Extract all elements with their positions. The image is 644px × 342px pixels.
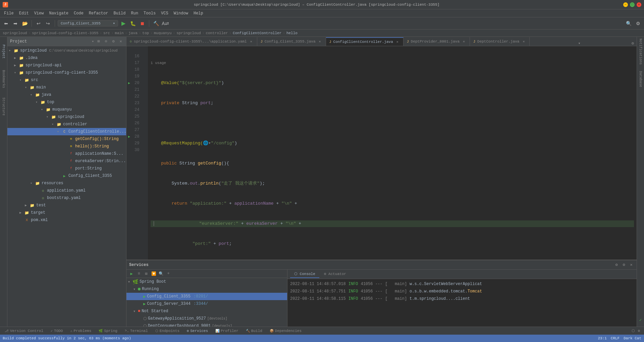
settings-icon[interactable]: ⚙ — [638, 329, 640, 333]
svc-search-btn[interactable]: 🔍 — [158, 271, 164, 277]
tree-item-appname[interactable]: f applicationName:S... — [7, 150, 126, 157]
bottom-tab-dependencies[interactable]: 📦 Dependencies — [266, 328, 305, 334]
left-tab-project[interactable]: Project — [0, 38, 7, 65]
tree-item-pom[interactable]: X pom.xml — [7, 216, 126, 224]
toolbar-recent-button[interactable]: 📂 — [21, 19, 29, 27]
menu-run[interactable]: Run — [128, 10, 141, 16]
breadcrumb-springcloud2[interactable]: springcloud — [176, 31, 201, 35]
tab-close-config[interactable]: ✕ — [318, 39, 322, 44]
tree-item-target[interactable]: ▶ 📁 target — [7, 209, 126, 216]
breadcrumb-java[interactable]: java — [128, 31, 137, 35]
tree-item-muquanyu[interactable]: ▾ 📁 muquanyu — [7, 106, 126, 113]
gutter-run-28[interactable]: ▶ — [126, 133, 132, 140]
menu-vcs[interactable]: VCS — [158, 10, 171, 16]
svc-expand-btn[interactable]: ⊞ — [143, 271, 149, 277]
left-tab-bookmarks[interactable]: Bookmarks — [0, 66, 7, 92]
tree-item-root[interactable]: ▾ 📁 springcloud C:\Users\muqua\Desktop\s… — [7, 47, 126, 54]
breadcrumb-module[interactable]: springcloud-config-client-3355 — [32, 31, 98, 35]
breadcrumb-muquanyu[interactable]: muquanyu — [154, 31, 172, 35]
services-close-btn[interactable]: ✕ — [629, 262, 634, 268]
services-settings-btn[interactable]: ⚙ — [614, 262, 619, 268]
tab-config-client-controller[interactable]: J ConfigClientController.java ✕ — [326, 37, 404, 46]
console-tab-actuator[interactable]: ⚙ Actuator — [320, 270, 350, 278]
breadcrumb-top[interactable]: top — [142, 31, 149, 35]
tree-item-resources[interactable]: ▾ 📁 resources — [7, 180, 126, 187]
project-settings-btn[interactable]: ⚙ — [111, 39, 116, 44]
toolbar-undo-button[interactable]: ↩ — [35, 19, 43, 27]
toolbar-back-button[interactable]: ⬅ — [2, 19, 10, 27]
status-theme[interactable]: Dark Cat — [624, 336, 641, 340]
tree-item-config-client-controller[interactable]: ▾ C ConfigClientControlle... — [7, 128, 126, 135]
console-tab-console[interactable]: ⬡ Console — [290, 270, 319, 278]
svc-list-btn[interactable]: ≡ — [136, 271, 142, 277]
debug-button[interactable]: 🐛 — [129, 19, 137, 27]
menu-file[interactable]: File — [1, 10, 16, 16]
minimize-button[interactable]: ─ — [623, 2, 628, 7]
settings-button[interactable]: ⚙ — [634, 19, 642, 27]
bottom-tab-spring[interactable]: 🌿 Spring — [95, 328, 121, 334]
svc-config-client-3355[interactable]: ▶ Config_Client_3355 :8201/ — [126, 293, 287, 300]
tab-gear[interactable]: ⚙ — [629, 41, 637, 46]
tab-config-client-java[interactable]: J Config_Client_3355.java ✕ — [257, 37, 326, 46]
gutter-run-20[interactable]: ▶ — [126, 80, 132, 86]
tree-item-api[interactable]: ▶ 📁 springcloud-api — [7, 62, 126, 69]
tab-application-yaml[interactable]: ⚙ springcloud-config-client-3355\...\app… — [126, 37, 257, 46]
maximize-button[interactable]: □ — [630, 2, 635, 7]
svc-config-server-3344[interactable]: ▶ Config_Server_3344 :3344/ — [126, 300, 287, 307]
tree-item-controller-folder[interactable]: ▾ 📁 controller — [7, 121, 126, 128]
tab-close-dept[interactable]: ✕ — [462, 39, 466, 44]
svc-gateway[interactable]: ⬡ GatewayApplicaition_9527 [devtools] — [126, 315, 287, 322]
tree-item-eurekaserver[interactable]: f eurekaServer:Strin... — [7, 157, 126, 165]
svc-filter-btn[interactable]: 🔽 — [151, 271, 157, 277]
svc-running-group[interactable]: ▾ Running — [126, 285, 287, 293]
bottom-tab-problems[interactable]: ⚠ Problems — [67, 328, 95, 334]
tree-item-bootstrap-yaml[interactable]: ⚙ bootstrap.yaml — [7, 194, 126, 202]
breadcrumb-src[interactable]: src — [103, 31, 110, 35]
right-tab-database[interactable]: Database — [637, 66, 644, 92]
menu-navigate[interactable]: Navigate — [46, 10, 71, 16]
tab-close-dept-ctrl[interactable]: ✕ — [521, 39, 526, 44]
expand-icon[interactable]: ⬡ — [632, 329, 635, 333]
tree-item-idea[interactable]: ▶ 📁 .idea — [7, 54, 126, 62]
svc-run-btn[interactable]: ▶ — [128, 271, 135, 277]
svc-add-btn[interactable]: + — [165, 271, 171, 277]
code-content[interactable]: 1 usage @Value("${server.port}") private… — [148, 46, 637, 260]
tree-item-run-config[interactable]: ▶ Config_Client_3355 — [7, 172, 126, 180]
tree-item-pkg-springcloud[interactable]: ▾ 📁 springcloud — [7, 113, 126, 121]
status-crlf[interactable]: CRLF — [611, 336, 620, 340]
menu-help[interactable]: Help — [191, 10, 206, 16]
svc-dept-consumer[interactable]: ⬡ DeptConsumerDashboard_9001 [devtools] — [126, 322, 287, 327]
bottom-tab-build[interactable]: 🔨 Build — [243, 328, 266, 334]
breadcrumb-class[interactable]: ConfigClientController — [233, 31, 281, 35]
services-gear2-btn[interactable]: ⚙ — [621, 262, 627, 268]
close-button[interactable]: ✕ — [637, 2, 641, 7]
build-button[interactable]: 🔨 — [152, 19, 160, 27]
tree-item-port[interactable]: f port:String — [7, 165, 126, 172]
tree-item-application-yaml[interactable]: ⚙ application.yaml — [7, 187, 126, 194]
tree-item-java[interactable]: ▾ 📁 java — [7, 91, 126, 98]
tab-close-yaml[interactable]: ✕ — [249, 39, 254, 44]
bottom-tab-services[interactable]: ⚙ Services — [183, 328, 211, 334]
stop-button[interactable]: ⏹ — [138, 19, 146, 27]
breadcrumb-controller[interactable]: controller — [206, 31, 228, 35]
tree-item-getconfig[interactable]: m getConfig():String — [7, 135, 126, 143]
bottom-tab-terminal[interactable]: >_ Terminal — [121, 328, 151, 334]
project-new-tab-btn[interactable]: ⊞ — [96, 39, 101, 44]
menu-code[interactable]: Code — [71, 10, 86, 16]
run-button[interactable]: ▶ — [119, 19, 127, 27]
menu-view[interactable]: View — [32, 10, 47, 16]
bottom-tab-version-control[interactable]: ⎇ Version Control — [1, 328, 47, 334]
code-editor[interactable]: ▶ ▶ 16 17 18 19 20 21 22 — [126, 46, 637, 260]
menu-window[interactable]: Window — [171, 10, 191, 16]
run-config-selector[interactable]: Config_Client_3355 ▾ — [58, 20, 118, 26]
tree-item-top[interactable]: ▾ 📁 top — [7, 98, 126, 106]
bottom-tab-endpoints[interactable]: ⬡ Endpoints — [152, 328, 183, 334]
search-button[interactable]: 🔍 — [625, 19, 633, 27]
menu-build[interactable]: Build — [111, 10, 128, 16]
menu-edit[interactable]: Edit — [16, 10, 32, 16]
svc-spring-boot[interactable]: ▾ 🌿 Spring Boot — [126, 278, 287, 285]
right-tab-notifications[interactable]: Notifications — [637, 38, 644, 65]
tree-item-main[interactable]: ▾ 📁 main — [7, 84, 126, 91]
tree-item-module[interactable]: ▾ 📁 springcloud-config-client-3355 — [7, 69, 126, 76]
tab-dept-controller[interactable]: J DeptController.java ✕ — [470, 37, 530, 46]
